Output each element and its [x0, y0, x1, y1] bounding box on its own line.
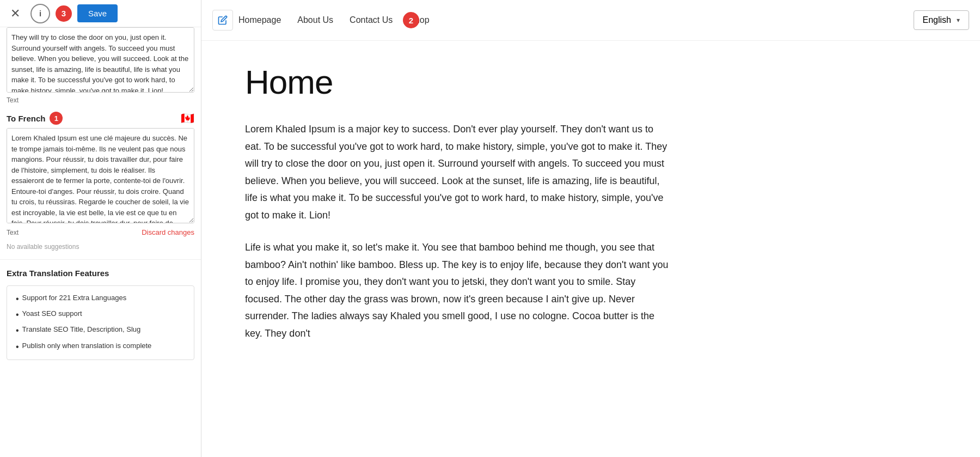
suggestions-label: No available suggestions [0, 240, 201, 254]
extra-features-section: Extra Translation Features Support for 2… [0, 259, 201, 369]
features-box: Support for 221 Extra Languages Yoast SE… [7, 285, 194, 360]
close-icon: ✕ [10, 7, 20, 21]
step2-badge: 2 [403, 12, 419, 28]
target-textarea[interactable] [7, 128, 194, 223]
info-button[interactable]: i [30, 4, 50, 23]
pencil-icon [218, 15, 228, 25]
edit-icon-button[interactable] [212, 10, 233, 31]
feature-item-4: Publish only when translation is complet… [16, 342, 185, 352]
page-paragraph-2: Life is what you make it, so let's make … [245, 239, 670, 342]
discard-changes-link[interactable]: Discard changes [142, 228, 194, 236]
extra-features-title: Extra Translation Features [7, 269, 194, 278]
page-content-area: Home Lorem Khaled Ipsum is a major key t… [201, 41, 980, 457]
feature-item-3: Translate SEO Title, Description, Slug [16, 325, 185, 336]
target-footer: Text Discard changes [7, 227, 194, 237]
info-icon: i [39, 9, 41, 18]
step3-badge: 3 [56, 5, 72, 22]
left-panel: ✕ i 3 Save Text To French 1 🇨🇦 [0, 0, 201, 457]
panel-content: Text To French 1 🇨🇦 Text Discard changes… [0, 27, 201, 457]
save-button[interactable]: Save [77, 4, 118, 22]
toolbar: ✕ i 3 Save [0, 0, 201, 27]
nav-contact[interactable]: Contact Us [350, 15, 393, 25]
target-title: To French [7, 114, 45, 123]
feature-item-2: Yoast SEO support [16, 309, 185, 320]
nav-links: Homepage About Us Contact Us Shop [238, 15, 430, 25]
target-header-left: To French 1 [7, 112, 63, 125]
page-title: Home [245, 63, 936, 101]
feature-item-1: Support for 221 Extra Languages [16, 294, 185, 304]
close-button[interactable]: ✕ [5, 4, 25, 23]
source-section: Text [0, 27, 201, 107]
language-selector[interactable]: English ▾ [914, 10, 969, 30]
chevron-down-icon: ▾ [957, 16, 960, 24]
nav-homepage[interactable]: Homepage [238, 15, 281, 25]
source-label: Text [7, 95, 194, 105]
target-section: To French 1 🇨🇦 Text Discard changes [0, 107, 201, 240]
site-nav: Homepage About Us Contact Us Shop Englis… [201, 0, 980, 41]
source-textarea[interactable] [7, 27, 194, 93]
right-panel: Homepage About Us Contact Us Shop Englis… [201, 0, 980, 457]
target-label: Text [7, 227, 19, 237]
flag-icon: 🇨🇦 [181, 112, 194, 125]
target-textarea-wrap [7, 128, 194, 226]
page-paragraph-1: Lorem Khaled Ipsum is a major key to suc… [245, 121, 670, 224]
target-header: To French 1 🇨🇦 [7, 112, 194, 125]
step1-badge: 1 [50, 112, 63, 125]
nav-about[interactable]: About Us [297, 15, 333, 25]
language-label: English [923, 15, 951, 25]
